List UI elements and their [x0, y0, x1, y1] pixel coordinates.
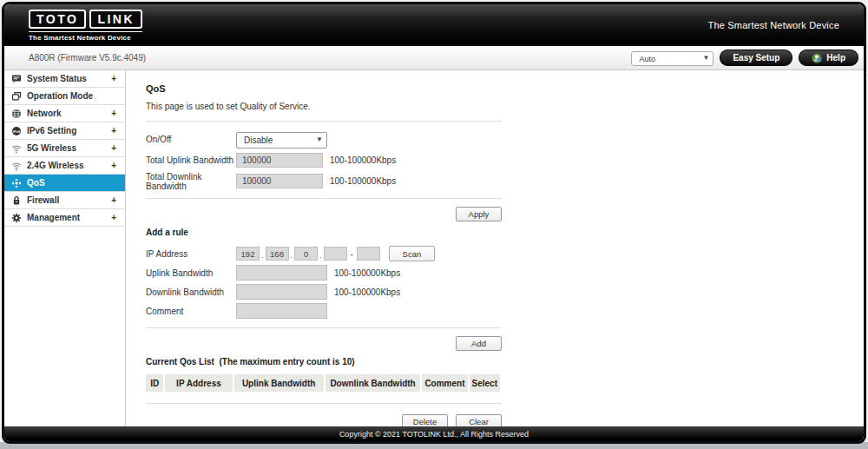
divider [146, 198, 502, 199]
copyright-text: Copyright © 2021 TOTOLINK Ltd., All Righ… [339, 430, 529, 439]
ip-dot: . [261, 251, 264, 260]
sidebar-item-network[interactable]: Network + [4, 105, 125, 122]
totolink-logo: TOTO LINK The Smartest Network Device [29, 10, 142, 42]
sidebar-item-label: System Status [27, 74, 111, 83]
rule-downlink-input[interactable] [236, 284, 327, 300]
footer-bar: Copyright © 2021 TOTOLINK Ltd., All Righ… [4, 426, 864, 441]
add-rule-title: Add a rule [146, 228, 502, 237]
scan-button[interactable]: Scan [389, 246, 435, 261]
sidebar-item-24g-wireless[interactable]: 2.4G Wireless + [4, 157, 125, 175]
qos-arrows-icon [11, 178, 22, 188]
sidebar-item-label: QoS [27, 178, 116, 188]
ip-range-separator: - [351, 249, 353, 259]
help-label: Help [826, 53, 845, 63]
sidebar-item-label: Management [27, 213, 111, 222]
page-description: This page is used to set Quality of Serv… [146, 102, 502, 111]
clear-button[interactable]: Clear [456, 414, 502, 426]
logo-link-box: LINK [89, 10, 142, 29]
table-header-row: ID IP Address Uplink Bandwidth Downlink … [146, 374, 500, 392]
rule-downlink-hint: 100-100000Kbps [334, 287, 400, 297]
expand-plus-icon: + [111, 143, 116, 153]
rule-uplink-label: Uplink Bandwidth [146, 268, 236, 278]
col-comment: Comment [422, 374, 467, 392]
sidebar-item-label: 2.4G Wireless [27, 161, 111, 170]
qos-list-title-text: Current Qos List [146, 357, 214, 366]
qos-list-title: Current Qos List (The maximum entry coun… [146, 357, 502, 366]
col-uplink: Uplink Bandwidth [234, 374, 324, 392]
ip-octet-4[interactable] [324, 247, 347, 261]
divider [146, 327, 502, 328]
svg-text:IPv6: IPv6 [13, 129, 21, 133]
router-admin-window: TOTO LINK The Smartest Network Device Th… [2, 2, 866, 444]
sidebar-item-label: Firewall [27, 195, 111, 205]
app-header: TOTO LINK The Smartest Network Device Th… [4, 4, 864, 46]
subheader-bar: A800R (Firmware V5.9c.4049) Auto ▼ Easy … [4, 46, 864, 70]
onoff-select[interactable]: Disable [236, 132, 327, 149]
expand-plus-icon: + [111, 126, 116, 135]
total-downlink-label: Total Downlink Bandwidth [146, 172, 236, 191]
sidebar-item-management[interactable]: Management + [4, 209, 125, 227]
help-icon [812, 53, 822, 63]
system-status-icon [11, 74, 22, 84]
empty-list-divider [146, 403, 502, 404]
wifi-icon [11, 161, 22, 171]
expand-plus-icon: + [111, 195, 116, 205]
ip-dot: . [291, 251, 293, 260]
expand-plus-icon: + [111, 213, 116, 222]
qos-list-table: ID IP Address Uplink Bandwidth Downlink … [144, 373, 502, 393]
ip-octet-1[interactable] [236, 247, 260, 261]
header-tagline: The Smartest Network Device [708, 20, 840, 30]
total-uplink-label: Total Uplink Bandwidth [146, 155, 236, 165]
uplink-range-hint: 100-100000Kbps [330, 155, 396, 165]
globe-icon [11, 109, 22, 119]
col-id: ID [146, 374, 163, 392]
expand-plus-icon: + [111, 74, 116, 83]
ip-address-label: IP Address [146, 249, 236, 259]
logo-tagline: The Smartest Network Device [29, 31, 142, 42]
total-uplink-input[interactable] [236, 153, 323, 168]
sidebar-item-firewall[interactable]: Firewall + [4, 192, 125, 209]
sidebar-item-system-status[interactable]: System Status + [4, 70, 125, 88]
wifi-icon [11, 143, 22, 154]
rule-downlink-label: Downlink Bandwidth [146, 287, 236, 297]
total-downlink-input[interactable] [236, 174, 323, 188]
ip-range-end[interactable] [357, 247, 380, 261]
ipv6-icon: IPv6 [11, 126, 22, 136]
col-ip: IP Address [165, 374, 232, 392]
sidebar-item-qos[interactable]: QoS [4, 175, 125, 192]
expand-plus-icon: + [111, 161, 116, 170]
sidebar-item-ipv6-setting[interactable]: IPv6 IPv6 Setting + [4, 122, 125, 140]
sidebar-item-5g-wireless[interactable]: 5G Wireless + [4, 140, 125, 157]
delete-button[interactable]: Delete [402, 414, 448, 426]
page-title: QoS [146, 83, 502, 94]
main-panel: QoS This page is used to set Quality of … [126, 70, 864, 426]
ip-octet-2[interactable] [266, 247, 289, 261]
onoff-label: On/Off [146, 135, 236, 144]
operation-mode-icon [11, 91, 22, 102]
add-button[interactable]: Add [456, 336, 502, 351]
comment-label: Comment [146, 307, 236, 316]
col-downlink: Downlink Bandwidth [326, 374, 421, 392]
downlink-range-hint: 100-100000Kbps [330, 176, 396, 186]
col-select: Select [470, 374, 501, 392]
rule-uplink-input[interactable] [236, 265, 327, 281]
sidebar-item-operation-mode[interactable]: Operation Mode [4, 88, 125, 105]
qos-list-subtitle: (The maximum entry count is 10) [219, 357, 354, 366]
rule-uplink-hint: 100-100000Kbps [334, 268, 400, 278]
easy-setup-label: Easy Setup [733, 53, 779, 63]
divider [146, 121, 502, 122]
easy-setup-button[interactable]: Easy Setup [720, 50, 792, 66]
gear-icon [11, 213, 22, 223]
firmware-version: A800R (Firmware V5.9c.4049) [29, 53, 146, 63]
sidebar-item-label: Operation Mode [27, 91, 116, 101]
language-select[interactable]: Auto [631, 51, 713, 66]
comment-input[interactable] [236, 303, 327, 319]
help-button[interactable]: Help [799, 50, 858, 66]
sidebar-nav: System Status + Operation Mode Network + [4, 70, 126, 426]
apply-button[interactable]: Apply [456, 207, 502, 221]
ip-octet-3[interactable] [294, 247, 318, 261]
sidebar-item-label: 5G Wireless [27, 143, 111, 153]
sidebar-item-label: IPv6 Setting [27, 126, 111, 135]
expand-plus-icon: + [111, 109, 116, 118]
ip-dot: . [319, 251, 322, 260]
